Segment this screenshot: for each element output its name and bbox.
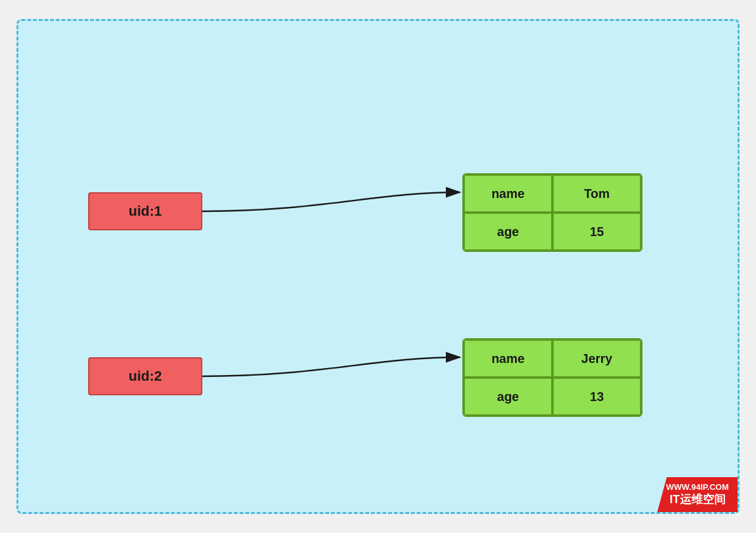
key-box-2: uid:2 [88, 357, 202, 395]
table-row: age 13 [464, 378, 641, 416]
object-table-2: name Jerry age 13 [462, 338, 642, 417]
arrow-2 [202, 357, 460, 376]
table-row: age 15 [464, 213, 641, 251]
field-name-value-2: Jerry [552, 339, 641, 378]
field-age-label-1: age [464, 213, 552, 251]
field-age-value-1: 15 [552, 213, 641, 251]
diagram-area: uid:1 uid:2 name Tom age 15 [18, 21, 738, 512]
field-age-label-2: age [464, 378, 552, 416]
key-label-2: uid:2 [129, 368, 162, 385]
table-row: name Jerry [464, 339, 641, 378]
arrows-svg [18, 21, 738, 512]
field-name-label-1: name [464, 174, 552, 213]
watermark-brand: IT运维空间 [666, 492, 729, 507]
field-age-value-2: 13 [552, 378, 641, 416]
key-box-1: uid:1 [88, 192, 202, 230]
watermark-site: WWW.94IP.COM [666, 482, 729, 492]
watermark: WWW.94IP.COM IT运维空间 [657, 477, 738, 512]
field-name-label-2: name [464, 339, 552, 378]
object-table-1: name Tom age 15 [462, 173, 642, 252]
table-row: name Tom [464, 174, 641, 213]
field-name-value-1: Tom [552, 174, 641, 213]
key-label-1: uid:1 [129, 203, 162, 220]
main-container: uid:1 uid:2 name Tom age 15 [16, 19, 740, 514]
arrow-1 [202, 192, 460, 211]
